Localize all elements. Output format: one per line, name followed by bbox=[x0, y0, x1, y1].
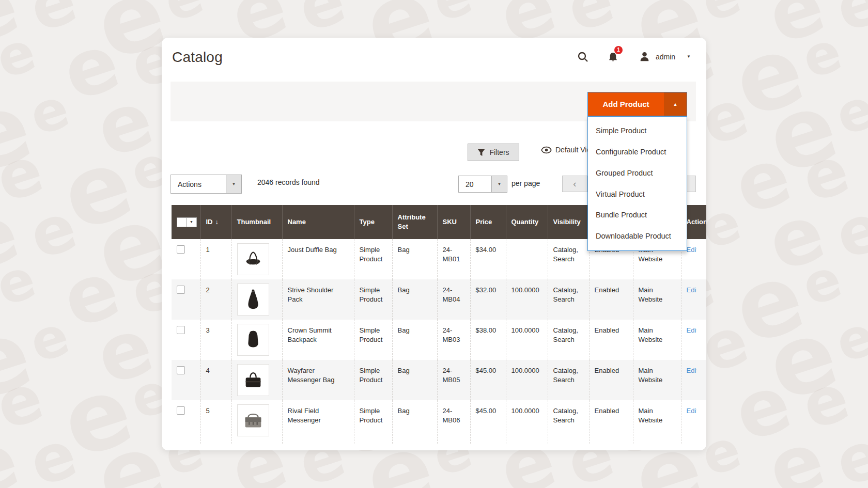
add-product-menu-item[interactable]: Configurable Product bbox=[588, 141, 687, 163]
select-all-control[interactable]: ▼ bbox=[177, 217, 197, 227]
actions-caret-icon: ▼ bbox=[226, 175, 241, 193]
table-row: 2Strive Shoulder PackSimple ProductBag24… bbox=[172, 279, 706, 320]
actions-select[interactable]: Actions ▼ bbox=[171, 175, 242, 194]
sort-descending-icon: ↓ bbox=[215, 218, 219, 226]
filters-button[interactable]: Filters bbox=[468, 144, 519, 161]
actions-select-value: Actions bbox=[171, 175, 226, 193]
add-product-menu-item[interactable]: Bundle Product bbox=[588, 204, 687, 226]
column-header-name[interactable]: Name bbox=[282, 205, 354, 239]
cell-select bbox=[172, 320, 200, 360]
cell-action: Edit bbox=[681, 279, 706, 320]
column-header-type[interactable]: Type bbox=[354, 205, 392, 239]
edit-link[interactable]: Edit bbox=[687, 326, 696, 334]
cell-name: Strive Shoulder Pack bbox=[282, 279, 354, 320]
cell-quantity bbox=[506, 239, 548, 279]
cell-quantity: 100.0000 bbox=[506, 320, 548, 360]
row-checkbox[interactable] bbox=[177, 245, 185, 254]
cell-visibility: Catalog, Search bbox=[548, 400, 589, 444]
user-avatar-icon[interactable] bbox=[639, 51, 650, 65]
column-header-thumbnail[interactable]: Thumbnail bbox=[231, 205, 282, 239]
cell-sku: 24-MB05 bbox=[437, 360, 470, 400]
add-product-menu-item[interactable]: Grouped Product bbox=[588, 163, 687, 184]
add-product-menu-item[interactable]: Simple Product bbox=[588, 120, 687, 141]
cell-name: Wayfarer Messenger Bag bbox=[282, 360, 354, 400]
row-checkbox[interactable] bbox=[177, 406, 185, 415]
add-product-menu-item[interactable]: Downloadable Product bbox=[588, 226, 687, 247]
cell-thumb bbox=[231, 279, 282, 320]
add-product-button[interactable]: Add Product bbox=[588, 92, 664, 116]
column-header-sku[interactable]: SKU bbox=[437, 205, 470, 239]
cell-visibility: Catalog, Search bbox=[548, 279, 589, 320]
cell-visibility: Catalog, Search bbox=[548, 239, 589, 279]
edit-link[interactable]: Edit bbox=[687, 246, 696, 254]
column-header-visibility[interactable]: Visibility bbox=[548, 205, 589, 239]
notification-badge[interactable]: 1 bbox=[614, 46, 623, 54]
cell-id: 5 bbox=[200, 400, 231, 444]
cell-thumb bbox=[231, 320, 282, 360]
cell-type: Simple Product bbox=[354, 279, 392, 320]
watermark-letter: e bbox=[0, 479, 42, 488]
edit-link[interactable]: Edit bbox=[687, 286, 696, 294]
add-product-control: Add Product ▲ Simple ProductConfigurable… bbox=[587, 92, 687, 116]
row-checkbox[interactable] bbox=[177, 286, 185, 294]
per-page-label: per page bbox=[512, 179, 540, 187]
column-header-price[interactable]: Price bbox=[470, 205, 506, 239]
cell-type: Simple Product bbox=[354, 360, 392, 400]
cell-id: 2 bbox=[200, 279, 231, 320]
cell-sku: 24-MB04 bbox=[437, 279, 470, 320]
cell-type: Simple Product bbox=[354, 320, 392, 360]
cell-action: Edit bbox=[681, 400, 706, 444]
cell-id: 1 bbox=[200, 239, 231, 279]
filters-button-label: Filters bbox=[489, 148, 509, 156]
previous-page-button[interactable]: ‹ bbox=[562, 176, 587, 192]
select-all-checkbox[interactable] bbox=[177, 218, 187, 227]
product-thumbnail backpack-image bbox=[237, 324, 269, 356]
cell-select bbox=[172, 279, 200, 320]
cell-action: Edit bbox=[681, 360, 706, 400]
cell-name: Rival Field Messenger bbox=[282, 400, 354, 444]
cell-price: $38.00 bbox=[470, 320, 506, 360]
product-thumbnail field-messenger-image bbox=[237, 404, 269, 436]
cell-action: Edit bbox=[681, 320, 706, 360]
filter-funnel-icon bbox=[477, 149, 485, 156]
cell-name: Crown Summit Backpack bbox=[282, 320, 354, 360]
product-thumbnail messenger-bag-image bbox=[237, 364, 269, 396]
cell-websites: Main Website bbox=[633, 360, 681, 400]
cell-quantity: 100.0000 bbox=[506, 279, 548, 320]
product-thumbnail duffle-bag-image bbox=[237, 243, 269, 275]
row-checkbox[interactable] bbox=[177, 326, 185, 334]
cell-status: Enabled bbox=[589, 360, 633, 400]
select-all-header: ▼ bbox=[172, 205, 200, 239]
watermark-letter: e bbox=[24, 81, 75, 144]
table-row: 5Rival Field MessengerSimple ProductBag2… bbox=[172, 400, 706, 444]
add-product-split-button: Add Product ▲ bbox=[587, 92, 687, 116]
cell-status: Enabled bbox=[589, 279, 633, 320]
cell-sku: 24-MB06 bbox=[437, 400, 470, 444]
column-header-id[interactable]: ID↓ bbox=[200, 205, 231, 239]
column-header-attribute-set[interactable]: Attribute Set bbox=[392, 205, 437, 239]
add-product-toggle[interactable]: ▲ bbox=[664, 92, 687, 116]
cell-visibility: Catalog, Search bbox=[548, 320, 589, 360]
column-header-quantity[interactable]: Quantity bbox=[506, 205, 548, 239]
admin-menu-caret-icon[interactable]: ▼ bbox=[687, 54, 691, 59]
per-page-value: 20 bbox=[459, 176, 491, 192]
search-icon[interactable] bbox=[577, 51, 589, 65]
cell-quantity: 100.0000 bbox=[506, 360, 548, 400]
edit-link[interactable]: Edit bbox=[687, 407, 696, 415]
per-page-caret-icon: ▼ bbox=[491, 176, 507, 192]
cell-websites: Main Website bbox=[633, 400, 681, 444]
admin-menu-label[interactable]: admin bbox=[656, 53, 675, 61]
cell-thumb bbox=[231, 239, 282, 279]
add-product-menu-item[interactable]: Virtual Product bbox=[588, 184, 687, 205]
add-product-menu: Simple ProductConfigurable ProductGroupe… bbox=[587, 116, 687, 251]
cell-quantity: 100.0000 bbox=[506, 400, 548, 444]
select-all-caret-icon: ▼ bbox=[187, 219, 196, 224]
cell-name: Joust Duffle Bag bbox=[282, 239, 354, 279]
per-page-select[interactable]: 20 ▼ bbox=[458, 176, 507, 193]
edit-link[interactable]: Edit bbox=[687, 367, 696, 374]
row-checkbox[interactable] bbox=[177, 366, 185, 374]
cell-visibility: Catalog, Search bbox=[548, 360, 589, 400]
cell-select bbox=[172, 400, 200, 444]
cell-sku: 24-MB01 bbox=[437, 239, 470, 279]
cell-status: Enabled bbox=[589, 320, 633, 360]
